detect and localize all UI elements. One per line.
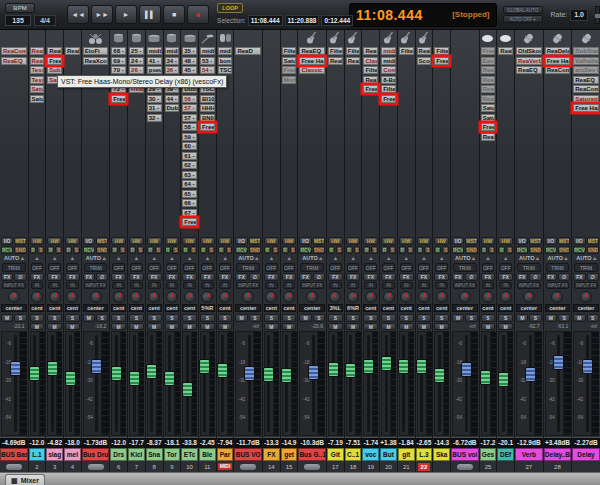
volume-fader[interactable] [329, 332, 337, 435]
receives-button[interactable]: R [498, 246, 505, 254]
input-fx-button[interactable]: INPUT FX [546, 282, 570, 289]
track-name[interactable]: Sna [146, 448, 163, 461]
mute-button[interactable]: M [282, 323, 297, 331]
track-name[interactable]: C..1 [345, 448, 362, 461]
mute-button[interactable]: M [111, 323, 126, 331]
volume-fader[interactable] [130, 332, 138, 435]
volume-readout[interactable]: -2.65 [416, 437, 433, 448]
automation-mode-button[interactable]: TRIM [546, 263, 570, 272]
fx-button[interactable]: FX [1, 273, 13, 281]
mute-button[interactable]: M [417, 323, 432, 331]
fx-slot[interactable]: midi [381, 47, 396, 55]
fx-button[interactable]: FX [573, 273, 585, 281]
receives-button[interactable]: R [417, 246, 424, 254]
sends-button[interactable]: S [226, 246, 233, 254]
fx-slot[interactable]: ReaF [30, 47, 45, 55]
fx-insert-stack[interactable]: FilteReaE [345, 46, 362, 236]
fader-handle[interactable] [164, 371, 175, 386]
fx-button[interactable]: FX [30, 273, 45, 281]
fader-handle[interactable] [244, 366, 255, 381]
volume-fader[interactable] [265, 332, 273, 435]
solo-button[interactable]: S [328, 314, 343, 322]
receives-button[interactable]: RCV [235, 246, 247, 254]
io-button[interactable]: HW [264, 237, 279, 245]
volume-readout[interactable]: -12.9dB [515, 437, 543, 448]
track-name[interactable]: Ges [480, 448, 497, 461]
fx-slot[interactable]: 35 - [182, 47, 197, 55]
pause-button[interactable]: ▌▌ [139, 5, 161, 24]
fx-slot[interactable]: 44 - [165, 95, 180, 103]
volume-fader[interactable] [11, 332, 19, 435]
fx-slot[interactable]: 24 - [129, 57, 144, 65]
fx-button[interactable]: FX [417, 273, 432, 281]
fx-bypass-icon[interactable]: ∅ [96, 273, 108, 281]
receives-button[interactable]: R [30, 246, 37, 254]
receives-button[interactable]: R [434, 246, 441, 254]
volume-readout[interactable]: -14.3 [433, 437, 450, 448]
volume-fader[interactable] [482, 332, 490, 435]
pan-knob[interactable] [265, 291, 277, 303]
volume-readout[interactable]: -18.0 [64, 437, 81, 448]
sends-button[interactable]: S [506, 246, 513, 254]
track-name[interactable]: voc [362, 448, 379, 461]
fx-insert-stack[interactable] [451, 46, 479, 236]
fx-slot[interactable]: Filte [328, 47, 343, 55]
track-name[interactable]: mel [64, 448, 81, 461]
channel-strip-etc[interactable]: 35 -48 -45 -52 -Dub!56 -57 -57 -58 -59 -… [181, 30, 198, 472]
track-name[interactable]: Delay..B [544, 448, 572, 461]
fx-slot[interactable]: ReaE [328, 57, 343, 65]
sends-button[interactable]: S [272, 246, 279, 254]
solo-button[interactable]: S [529, 314, 541, 322]
solo-button[interactable]: S [381, 314, 396, 322]
receives-button[interactable]: R [111, 246, 118, 254]
pan-knob[interactable] [31, 291, 43, 303]
solo-button[interactable]: S [264, 314, 279, 322]
fx-insert-stack[interactable]: ReaDelaFree HaasReaComp [544, 46, 572, 236]
input-fx-button[interactable]: INPUT FX [236, 282, 260, 289]
input-fx-button[interactable]: IN [482, 282, 495, 289]
fx-slot[interactable]: ReaE [498, 47, 513, 55]
track-name[interactable]: BUS Bas [0, 448, 28, 461]
volume-fader[interactable] [462, 332, 470, 435]
fx-slot[interactable]: 8-Ba [381, 76, 396, 84]
automation-mode-button[interactable]: OFF [418, 263, 431, 272]
volume-fader[interactable] [499, 332, 507, 435]
fx-slot[interactable]: Scor [417, 57, 432, 65]
mute-button[interactable]: M [498, 323, 513, 331]
receives-button[interactable]: R [65, 246, 72, 254]
receives-button[interactable]: R [129, 246, 136, 254]
mute-button[interactable]: M [363, 323, 378, 331]
fx-button[interactable]: FX [498, 273, 513, 281]
channel-strip-ble[interactable]: midi53 -54 -56 -TSCHBI10HHHBN0Free HWRS▵… [199, 30, 216, 472]
channel-strip-get[interactable]: FilteSatuFreeMono HWRS▵ OFFFXIN cent S M… [281, 30, 298, 472]
io-button[interactable]: I/O [452, 237, 464, 245]
fast-forward-button[interactable]: ►► [91, 5, 113, 24]
fx-slot[interactable]: EtoFi [83, 47, 109, 55]
track-name[interactable]: But [380, 448, 397, 461]
fx-slot[interactable]: Free [282, 66, 297, 74]
fx-slot[interactable]: 60 - [182, 142, 197, 150]
channel-strip-mel[interactable]: ReaF HWRS▵ OFFFXIN cent S M -18.0 mel 4 [64, 30, 81, 472]
solo-button[interactable]: S [346, 314, 361, 322]
fx-slot[interactable]: ReaF [47, 47, 62, 55]
fader-handle[interactable] [434, 368, 445, 383]
solo-button[interactable]: S [96, 314, 108, 322]
channel-strip-drs[interactable]: 68 -69 -70 -71 -72 -Free HWRS▵ OFFFXIN c… [110, 30, 127, 472]
input-fx-button[interactable]: INPUT FX [300, 282, 324, 289]
sends-button[interactable]: S [190, 246, 197, 254]
input-fx-button[interactable]: IN [31, 282, 44, 289]
channel-strip-delay[interactable]: DubStaticValhallaFarcDev DReaEQReaCompSa… [572, 30, 600, 472]
pan-knob[interactable] [436, 291, 448, 303]
input-fx-button[interactable]: IN [283, 282, 296, 289]
automation-mode-button[interactable]: OFF [112, 263, 125, 272]
io-button[interactable]: I/O [545, 237, 557, 245]
sends-button[interactable]: S [119, 246, 126, 254]
channel-strip-kicl[interactable]: 25 -24 -26 -ReaCReaD HWRS▵ OFFFXIN cent … [128, 30, 145, 472]
automation-mode-button[interactable]: OFF [499, 263, 512, 272]
record-button[interactable]: ● [187, 5, 209, 24]
pan-knob[interactable] [329, 291, 341, 303]
sends-button[interactable]: S [354, 246, 361, 254]
time-signature[interactable]: 4/4 [34, 15, 56, 26]
fx-slot[interactable]: 45 - [182, 66, 197, 74]
channel-strip-verb[interactable]: OldSkooReaVerbReaEQ I/OMSTRRCVSNDAUTO ▵ … [515, 30, 543, 472]
